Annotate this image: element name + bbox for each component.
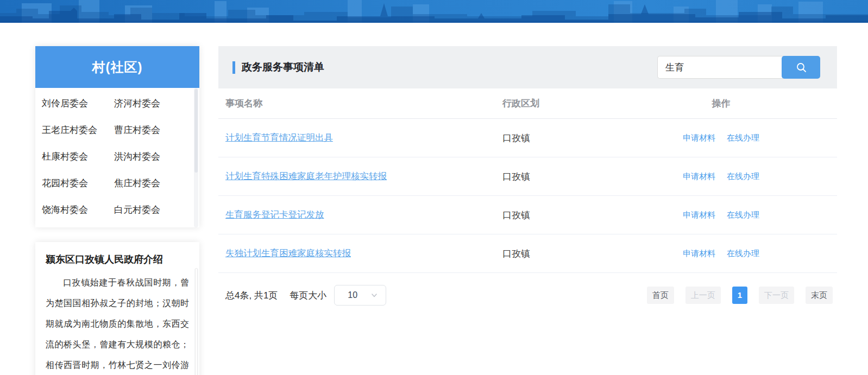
last-page-button[interactable]: 末页	[806, 287, 833, 304]
table-row: 计划生育节育情况证明出具 口孜镇 申请材料 在线办理	[218, 119, 837, 157]
page-number-button[interactable]: 1	[732, 287, 747, 304]
intro-text: 口孜镇始建于春秋战国时期，曾为楚国国相孙叔之子的封地；汉朝时期就成为南北物质的集…	[46, 272, 189, 375]
page-body: 村(社区) 刘伶居委会 济河村委会 王老庄村委会 曹庄村委会 杜康村委会 洪沟村…	[0, 23, 868, 375]
village-item[interactable]: 焦庄村委会	[114, 170, 193, 196]
village-item[interactable]: 洪沟村委会	[114, 143, 193, 170]
intro-scrollbar[interactable]	[194, 268, 198, 375]
search-button[interactable]	[782, 56, 820, 79]
region-cell: 口孜镇	[502, 209, 679, 221]
top-banner	[0, 0, 868, 23]
village-item[interactable]: 济河村委会	[114, 90, 193, 117]
intro-panel: 颍东区口孜镇人民政府介绍 口孜镇始建于春秋战国时期，曾为楚国国相孙叔之子的封地；…	[35, 242, 199, 375]
village-list: 刘伶居委会 济河村委会 王老庄村委会 曹庄村委会 杜康村委会 洪沟村委会 花园村…	[35, 88, 199, 227]
table-body: 计划生育节育情况证明出具 口孜镇 申请材料 在线办理 计划生育特殊困难家庭老年护…	[218, 119, 837, 273]
title-wrap: 政务服务事项清单	[232, 60, 324, 74]
pagination-bar: 总4条, 共1页 每页大小 10 首页 上一页 1 下一页 末页	[218, 273, 837, 306]
page-size-label: 每页大小	[290, 289, 326, 302]
online-handle-link[interactable]: 在线办理	[727, 171, 759, 181]
search-input[interactable]	[657, 56, 784, 79]
village-item[interactable]: 王老庄村委会	[42, 117, 114, 143]
table-row: 失独计划生育困难家庭核实转报 口孜镇 申请材料 在线办理	[218, 234, 837, 273]
service-item-link[interactable]: 生育服务登记卡登记发放	[225, 209, 324, 219]
apply-materials-link[interactable]: 申请材料	[683, 249, 715, 258]
village-item[interactable]: 花园村委会	[42, 170, 114, 196]
online-handle-link[interactable]: 在线办理	[727, 210, 759, 219]
apply-materials-link[interactable]: 申请材料	[683, 171, 715, 181]
apply-materials-link[interactable]: 申请材料	[683, 210, 715, 219]
region-cell: 口孜镇	[502, 132, 679, 144]
search-box	[657, 56, 820, 79]
city-skyline-graphic	[0, 0, 868, 23]
table-header-row: 事项名称 行政区划 操作	[218, 88, 837, 119]
column-header-actions: 操作	[679, 97, 763, 110]
page-size-select[interactable]: 10	[334, 285, 386, 306]
first-page-button[interactable]: 首页	[647, 287, 674, 304]
pagination-summary-area: 总4条, 共1页 每页大小 10	[225, 285, 386, 306]
page-title: 政务服务事项清单	[242, 60, 324, 74]
village-item[interactable]: 饶海村委会	[42, 196, 114, 223]
village-item[interactable]: 曹庄村委会	[114, 117, 193, 143]
service-item-link[interactable]: 计划生育特殊困难家庭老年护理核实转报	[225, 171, 387, 181]
village-panel: 村(社区) 刘伶居委会 济河村委会 王老庄村委会 曹庄村委会 杜康村委会 洪沟村…	[35, 46, 199, 227]
service-item-link[interactable]: 失独计划生育困难家庭核实转报	[225, 248, 351, 258]
page-size-value: 10	[348, 290, 357, 300]
village-panel-title: 村(社区)	[35, 46, 199, 88]
village-item[interactable]: 白元村委会	[114, 196, 193, 223]
column-header-region: 行政区划	[502, 97, 679, 110]
village-item[interactable]: 刘伶居委会	[42, 90, 114, 117]
table-row: 计划生育特殊困难家庭老年护理核实转报 口孜镇 申请材料 在线办理	[218, 157, 837, 196]
apply-materials-link[interactable]: 申请材料	[683, 133, 715, 142]
chevron-down-icon	[370, 291, 378, 299]
scrollbar-thumb[interactable]	[194, 89, 198, 173]
online-handle-link[interactable]: 在线办理	[727, 133, 759, 142]
service-item-link[interactable]: 计划生育节育情况证明出具	[225, 132, 333, 142]
main-content: 政务服务事项清单 事项名称 行政区划 操作	[218, 46, 837, 306]
total-summary: 总4条, 共1页	[225, 289, 278, 302]
next-page-button[interactable]: 下一页	[759, 287, 794, 304]
village-list-scrollbar[interactable]	[194, 88, 198, 227]
scrollbar-thumb[interactable]	[195, 268, 198, 375]
title-accent-bar	[232, 61, 235, 74]
table-row: 生育服务登记卡登记发放 口孜镇 申请材料 在线办理	[218, 196, 837, 234]
online-handle-link[interactable]: 在线办理	[727, 249, 759, 258]
pagination-buttons: 首页 上一页 1 下一页 末页	[647, 287, 833, 304]
region-cell: 口孜镇	[502, 247, 679, 260]
search-icon	[795, 61, 808, 74]
content-header: 政务服务事项清单	[218, 46, 837, 88]
prev-page-button[interactable]: 上一页	[685, 287, 721, 304]
sidebar: 村(社区) 刘伶居委会 济河村委会 王老庄村委会 曹庄村委会 杜康村委会 洪沟村…	[35, 46, 199, 375]
intro-title: 颍东区口孜镇人民政府介绍	[46, 253, 189, 266]
column-header-item-name: 事项名称	[225, 97, 502, 110]
village-item[interactable]: 杜康村委会	[42, 143, 114, 170]
region-cell: 口孜镇	[502, 170, 679, 183]
